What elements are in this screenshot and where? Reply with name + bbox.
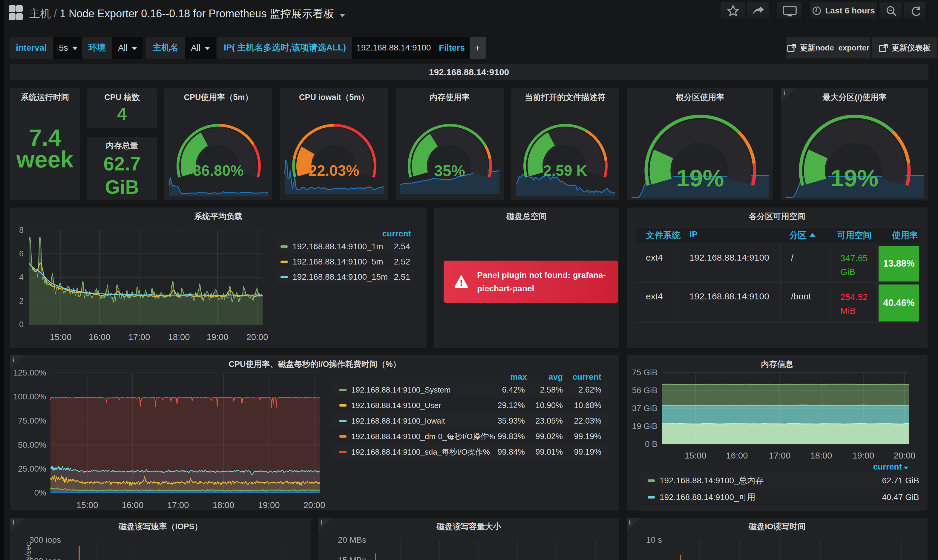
svg-text:17:00: 17:00 bbox=[128, 332, 150, 342]
svg-text:100.00%: 100.00% bbox=[13, 392, 46, 401]
svg-text:20:00: 20:00 bbox=[894, 451, 916, 460]
svg-text:200 iops: 200 iops bbox=[29, 557, 61, 560]
svg-text:300 iops: 300 iops bbox=[29, 535, 61, 545]
svg-text:20:00: 20:00 bbox=[247, 332, 268, 342]
svg-text:20:00: 20:00 bbox=[304, 500, 325, 510]
svg-text:19 GiB: 19 GiB bbox=[632, 422, 657, 431]
svg-text:16:00: 16:00 bbox=[122, 500, 144, 510]
svg-text:15:00: 15:00 bbox=[685, 451, 707, 460]
svg-text:19:00: 19:00 bbox=[853, 451, 874, 460]
svg-text:50.00%: 50.00% bbox=[18, 440, 46, 449]
svg-text:0 B: 0 B bbox=[645, 439, 657, 449]
svg-text:15 MBs: 15 MBs bbox=[338, 555, 366, 560]
svg-text:10 s: 10 s bbox=[646, 535, 662, 545]
svg-text:37 GiB: 37 GiB bbox=[632, 403, 657, 413]
svg-text:0%: 0% bbox=[34, 488, 46, 497]
svg-text:75 GiB: 75 GiB bbox=[632, 368, 657, 377]
svg-text:125.00%: 125.00% bbox=[13, 368, 46, 377]
svg-text:20 MBs: 20 MBs bbox=[338, 535, 366, 545]
svg-text:16:00: 16:00 bbox=[726, 451, 748, 460]
svg-text:16:00: 16:00 bbox=[89, 332, 111, 342]
svg-text:19:00: 19:00 bbox=[207, 332, 228, 342]
svg-text:18:00: 18:00 bbox=[168, 332, 190, 342]
svg-text:56 GiB: 56 GiB bbox=[632, 386, 657, 395]
svg-text:8: 8 bbox=[19, 226, 23, 235]
svg-text:iops/sec: iops/sec bbox=[23, 542, 32, 560]
svg-text:17:00: 17:00 bbox=[167, 500, 189, 510]
svg-text:6: 6 bbox=[19, 249, 23, 258]
svg-text:75.00%: 75.00% bbox=[18, 416, 46, 425]
svg-text:15:00: 15:00 bbox=[77, 500, 98, 510]
svg-text:19:00: 19:00 bbox=[258, 500, 280, 510]
svg-text:2: 2 bbox=[19, 297, 23, 305]
svg-text:18:00: 18:00 bbox=[810, 451, 832, 460]
svg-text:18:00: 18:00 bbox=[213, 500, 234, 510]
svg-text:15:00: 15:00 bbox=[50, 332, 72, 342]
svg-text:17:00: 17:00 bbox=[769, 451, 791, 460]
svg-text:4: 4 bbox=[19, 273, 23, 282]
svg-text:0: 0 bbox=[19, 320, 23, 329]
svg-text:25.00%: 25.00% bbox=[18, 464, 46, 474]
